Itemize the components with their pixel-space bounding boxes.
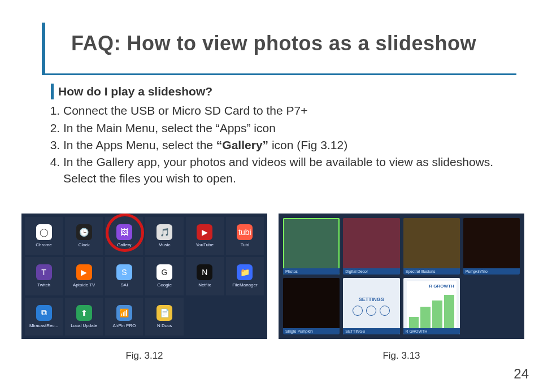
app-tile-aptoide-tv: ▶Aptoide TV <box>65 257 103 295</box>
steps-list: Connect the USB or Micro SD Card to the … <box>63 103 505 186</box>
app-label: N Docs <box>157 323 172 328</box>
gallery-thumb <box>283 278 340 334</box>
app-icon: ⧉ <box>36 305 52 321</box>
question-heading: How do I play a slideshow? <box>51 84 505 99</box>
app-label: Local Update <box>71 323 97 328</box>
app-tile-youtube: ▶YouTube <box>186 217 224 255</box>
app-tile-airpin-pro: 📶AirPin PRO <box>105 298 143 336</box>
body-text: How do I play a slideshow? Connect the U… <box>51 84 505 188</box>
figure-3-13-caption: Fig. 3.13 <box>279 350 524 361</box>
app-tile-sai: SSAI <box>105 257 143 295</box>
app-tile-local-update: ⬆Local Update <box>65 298 103 336</box>
gallery-thumb <box>343 218 399 275</box>
app-icon: ▶ <box>76 264 92 280</box>
app-icon: ◯ <box>36 224 52 240</box>
app-tile-twitch: TTwitch <box>25 257 63 295</box>
app-tile-music: 🎵Music <box>145 217 183 255</box>
gallery-thumb <box>283 218 340 275</box>
figure-3-13: SETTINGSR GROWTH Fig. 3.13 <box>279 214 524 361</box>
app-icon: T <box>36 264 52 280</box>
app-label: Netflix <box>198 282 211 288</box>
step-item: In the Main Menu, select the “Apps” icon <box>63 120 505 136</box>
figure-3-13-image: SETTINGSR GROWTH <box>279 214 524 339</box>
app-icon: 📶 <box>116 305 132 321</box>
app-label: MiracastRec... <box>29 323 58 328</box>
figure-3-12: ◯Chrome🕒Clock🖼Gallery🎵Music▶YouTubetubiT… <box>21 214 267 361</box>
app-label: Clock <box>79 242 90 247</box>
app-icon: G <box>157 264 172 280</box>
title-block: FAQ: How to view photos as a slideshow <box>42 23 516 75</box>
app-icon: ▶ <box>197 224 212 240</box>
app-label: Aptoide TV <box>73 282 95 288</box>
app-label: Chrome <box>36 242 51 247</box>
figure-3-12-caption: Fig. 3.12 <box>21 350 267 361</box>
gallery-thumb: SETTINGS <box>343 278 399 334</box>
app-icon: tubi <box>237 224 253 240</box>
gallery-thumb <box>403 218 460 275</box>
app-icon: N <box>197 264 212 280</box>
app-icon: 🎵 <box>157 224 172 240</box>
figure-3-12-image: ◯Chrome🕒Clock🖼Gallery🎵Music▶YouTubetubiT… <box>21 214 267 339</box>
app-label: YouTube <box>196 242 214 247</box>
app-tile-google: GGoogle <box>145 257 183 295</box>
app-label: Twitch <box>37 282 50 288</box>
step-item: In the Apps Menu, select the “Gallery” i… <box>63 137 505 153</box>
app-icon: ⬆ <box>76 305 92 321</box>
gallery-thumb <box>463 218 520 275</box>
app-label: FileManager <box>232 282 257 288</box>
app-icon: S <box>116 264 132 280</box>
page-number: 24 <box>514 366 529 382</box>
app-label: Tubi <box>241 242 249 247</box>
app-icon: 📁 <box>237 264 253 280</box>
app-icon: 🕒 <box>76 224 92 240</box>
app-label: Music <box>159 242 171 247</box>
app-label: SAI <box>120 282 128 288</box>
app-tile-clock: 🕒Clock <box>65 217 103 255</box>
app-label: Google <box>157 282 172 288</box>
app-tile-chrome: ◯Chrome <box>25 217 63 255</box>
app-tile-n-docs: 📄N Docs <box>145 298 183 336</box>
step-item: Connect the USB or Micro SD Card to the … <box>63 103 505 119</box>
app-tile-filemanager: 📁FileManager <box>226 257 264 295</box>
app-tile-tubi: tubiTubi <box>226 217 264 255</box>
gallery-thumb: R GROWTH <box>403 278 460 334</box>
app-tile-netflix: NNetflix <box>186 257 224 295</box>
step-item: In the Gallery app, your photos and vide… <box>63 154 505 186</box>
page-title: FAQ: How to view photos as a slideshow <box>45 23 516 69</box>
app-tile-miracastrec-: ⧉MiracastRec... <box>25 298 63 336</box>
app-label: AirPin PRO <box>112 323 136 328</box>
red-circle-highlight <box>106 214 144 252</box>
app-icon: 📄 <box>157 305 172 321</box>
